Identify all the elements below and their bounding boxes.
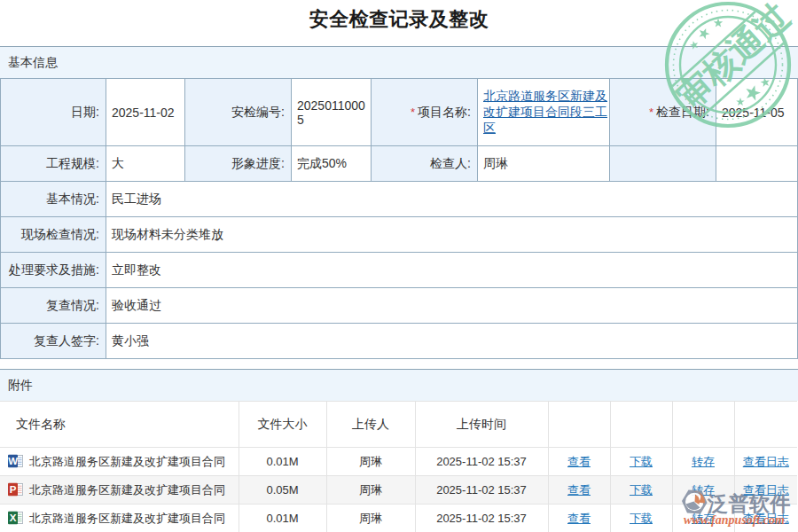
svg-text:W: W <box>8 456 18 466</box>
svg-text:www.fanpusoft.com: www.fanpusoft.com <box>684 513 785 527</box>
svg-text:P: P <box>10 484 17 495</box>
svg-text:X: X <box>10 512 17 523</box>
svg-text:泛普软件: 泛普软件 <box>707 492 791 515</box>
